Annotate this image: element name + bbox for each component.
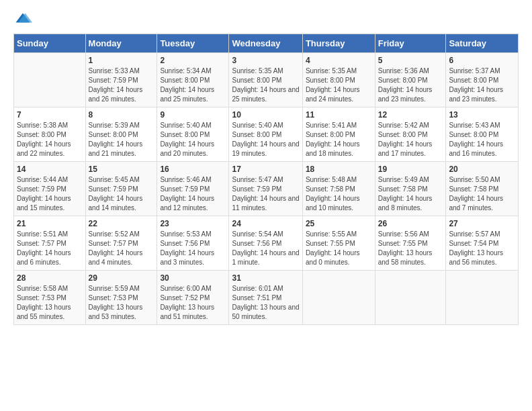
header-cell-wednesday: Wednesday	[229, 34, 302, 53]
day-number: 1	[89, 56, 154, 65]
day-info: Sunrise: 5:58 AM Sunset: 7:53 PM Dayligh…	[17, 284, 83, 322]
calendar-cell: 19Sunrise: 5:49 AM Sunset: 7:58 PM Dayli…	[375, 162, 446, 216]
day-number: 27	[449, 219, 515, 228]
calendar-cell: 11Sunrise: 5:41 AM Sunset: 8:00 PM Dayli…	[302, 107, 375, 162]
header-cell-saturday: Saturday	[446, 34, 519, 53]
page-container: SundayMondayTuesdayWednesdayThursdayFrid…	[0, 0, 532, 332]
day-info: Sunrise: 5:49 AM Sunset: 7:58 PM Dayligh…	[378, 175, 443, 213]
calendar-cell: 6Sunrise: 5:37 AM Sunset: 8:00 PM Daylig…	[446, 53, 519, 107]
day-number: 24	[232, 219, 299, 228]
day-info: Sunrise: 5:53 AM Sunset: 7:56 PM Dayligh…	[160, 230, 226, 267]
logo-icon	[13, 11, 32, 30]
calendar-row-1: 7Sunrise: 5:38 AM Sunset: 8:00 PM Daylig…	[14, 107, 519, 162]
calendar-cell: 29Sunrise: 5:59 AM Sunset: 7:53 PM Dayli…	[85, 271, 157, 325]
calendar-cell: 25Sunrise: 5:55 AM Sunset: 7:55 PM Dayli…	[302, 216, 375, 271]
day-number: 2	[160, 56, 226, 65]
calendar-cell: 23Sunrise: 5:53 AM Sunset: 7:56 PM Dayli…	[157, 216, 229, 271]
calendar-cell: 7Sunrise: 5:38 AM Sunset: 8:00 PM Daylig…	[14, 107, 86, 162]
day-number: 6	[449, 56, 515, 65]
header-cell-friday: Friday	[375, 34, 446, 53]
calendar-row-2: 14Sunrise: 5:44 AM Sunset: 7:59 PM Dayli…	[14, 162, 519, 216]
day-info: Sunrise: 5:38 AM Sunset: 8:00 PM Dayligh…	[17, 121, 83, 158]
day-number: 13	[449, 110, 515, 120]
day-number: 8	[89, 110, 154, 120]
calendar-row-4: 28Sunrise: 5:58 AM Sunset: 7:53 PM Dayli…	[14, 271, 519, 325]
calendar-cell: 12Sunrise: 5:42 AM Sunset: 8:00 PM Dayli…	[375, 107, 446, 162]
day-number: 15	[89, 165, 154, 174]
day-info: Sunrise: 5:48 AM Sunset: 7:58 PM Dayligh…	[306, 175, 372, 213]
header-cell-monday: Monday	[85, 34, 157, 53]
day-number: 18	[306, 165, 372, 174]
day-number: 11	[306, 110, 372, 120]
calendar-cell: 2Sunrise: 5:34 AM Sunset: 8:00 PM Daylig…	[157, 53, 229, 107]
day-number: 22	[89, 219, 154, 228]
day-number: 4	[306, 56, 372, 65]
day-info: Sunrise: 5:43 AM Sunset: 8:00 PM Dayligh…	[449, 121, 515, 158]
day-number: 28	[17, 273, 83, 283]
calendar-cell	[446, 271, 519, 325]
calendar-table: SundayMondayTuesdayWednesdayThursdayFrid…	[13, 34, 519, 325]
day-number: 19	[378, 165, 443, 174]
day-number: 5	[378, 56, 443, 65]
day-info: Sunrise: 5:40 AM Sunset: 8:00 PM Dayligh…	[160, 121, 226, 158]
day-info: Sunrise: 5:46 AM Sunset: 7:59 PM Dayligh…	[160, 175, 226, 213]
calendar-cell	[14, 53, 86, 107]
calendar-cell: 13Sunrise: 5:43 AM Sunset: 8:00 PM Dayli…	[446, 107, 519, 162]
calendar-cell: 20Sunrise: 5:50 AM Sunset: 7:58 PM Dayli…	[446, 162, 519, 216]
calendar-cell: 15Sunrise: 5:45 AM Sunset: 7:59 PM Dayli…	[85, 162, 157, 216]
day-info: Sunrise: 5:35 AM Sunset: 8:00 PM Dayligh…	[306, 66, 372, 104]
calendar-cell: 5Sunrise: 5:36 AM Sunset: 8:00 PM Daylig…	[375, 53, 446, 107]
calendar-cell: 16Sunrise: 5:46 AM Sunset: 7:59 PM Dayli…	[157, 162, 229, 216]
calendar-cell: 4Sunrise: 5:35 AM Sunset: 8:00 PM Daylig…	[302, 53, 375, 107]
day-info: Sunrise: 5:39 AM Sunset: 8:00 PM Dayligh…	[89, 121, 154, 158]
day-number: 7	[17, 110, 83, 120]
day-info: Sunrise: 5:45 AM Sunset: 7:59 PM Dayligh…	[89, 175, 154, 213]
day-info: Sunrise: 5:59 AM Sunset: 7:53 PM Dayligh…	[89, 284, 154, 322]
day-info: Sunrise: 6:01 AM Sunset: 7:51 PM Dayligh…	[232, 284, 299, 322]
header-cell-thursday: Thursday	[302, 34, 375, 53]
calendar-cell	[302, 271, 375, 325]
day-number: 10	[232, 110, 299, 120]
day-info: Sunrise: 5:37 AM Sunset: 8:00 PM Dayligh…	[449, 66, 515, 104]
calendar-header-row: SundayMondayTuesdayWednesdayThursdayFrid…	[14, 34, 519, 53]
day-info: Sunrise: 5:44 AM Sunset: 7:59 PM Dayligh…	[17, 175, 83, 213]
calendar-cell: 24Sunrise: 5:54 AM Sunset: 7:56 PM Dayli…	[229, 216, 302, 271]
day-number: 12	[378, 110, 443, 120]
day-number: 31	[232, 273, 299, 283]
calendar-cell: 17Sunrise: 5:47 AM Sunset: 7:59 PM Dayli…	[229, 162, 302, 216]
day-info: Sunrise: 5:54 AM Sunset: 7:56 PM Dayligh…	[232, 230, 299, 267]
day-number: 14	[17, 165, 83, 174]
day-number: 30	[160, 273, 226, 283]
calendar-cell: 31Sunrise: 6:01 AM Sunset: 7:51 PM Dayli…	[229, 271, 302, 325]
day-number: 25	[306, 219, 372, 228]
calendar-cell: 9Sunrise: 5:40 AM Sunset: 8:00 PM Daylig…	[157, 107, 229, 162]
day-info: Sunrise: 5:56 AM Sunset: 7:55 PM Dayligh…	[378, 230, 443, 267]
day-info: Sunrise: 5:52 AM Sunset: 7:57 PM Dayligh…	[89, 230, 154, 267]
day-number: 23	[160, 219, 226, 228]
day-info: Sunrise: 5:51 AM Sunset: 7:57 PM Dayligh…	[17, 230, 83, 267]
calendar-row-3: 21Sunrise: 5:51 AM Sunset: 7:57 PM Dayli…	[14, 216, 519, 271]
calendar-cell: 1Sunrise: 5:33 AM Sunset: 7:59 PM Daylig…	[85, 53, 157, 107]
calendar-cell: 3Sunrise: 5:35 AM Sunset: 8:00 PM Daylig…	[229, 53, 302, 107]
logo	[13, 11, 35, 30]
day-number: 9	[160, 110, 226, 120]
calendar-cell: 30Sunrise: 6:00 AM Sunset: 7:52 PM Dayli…	[157, 271, 229, 325]
day-info: Sunrise: 5:41 AM Sunset: 8:00 PM Dayligh…	[306, 121, 372, 158]
calendar-cell: 21Sunrise: 5:51 AM Sunset: 7:57 PM Dayli…	[14, 216, 86, 271]
day-info: Sunrise: 5:33 AM Sunset: 7:59 PM Dayligh…	[89, 66, 154, 104]
day-number: 17	[232, 165, 299, 174]
calendar-cell: 14Sunrise: 5:44 AM Sunset: 7:59 PM Dayli…	[14, 162, 86, 216]
day-info: Sunrise: 5:47 AM Sunset: 7:59 PM Dayligh…	[232, 175, 299, 213]
calendar-cell: 22Sunrise: 5:52 AM Sunset: 7:57 PM Dayli…	[85, 216, 157, 271]
day-number: 26	[378, 219, 443, 228]
calendar-row-0: 1Sunrise: 5:33 AM Sunset: 7:59 PM Daylig…	[14, 53, 519, 107]
day-number: 16	[160, 165, 226, 174]
day-info: Sunrise: 5:57 AM Sunset: 7:54 PM Dayligh…	[449, 230, 515, 267]
day-number: 3	[232, 56, 299, 65]
calendar-cell: 8Sunrise: 5:39 AM Sunset: 8:00 PM Daylig…	[85, 107, 157, 162]
calendar-cell	[375, 271, 446, 325]
day-info: Sunrise: 5:34 AM Sunset: 8:00 PM Dayligh…	[160, 66, 226, 104]
day-info: Sunrise: 6:00 AM Sunset: 7:52 PM Dayligh…	[160, 284, 226, 322]
day-info: Sunrise: 5:35 AM Sunset: 8:00 PM Dayligh…	[232, 66, 299, 104]
day-info: Sunrise: 5:50 AM Sunset: 7:58 PM Dayligh…	[449, 175, 515, 213]
